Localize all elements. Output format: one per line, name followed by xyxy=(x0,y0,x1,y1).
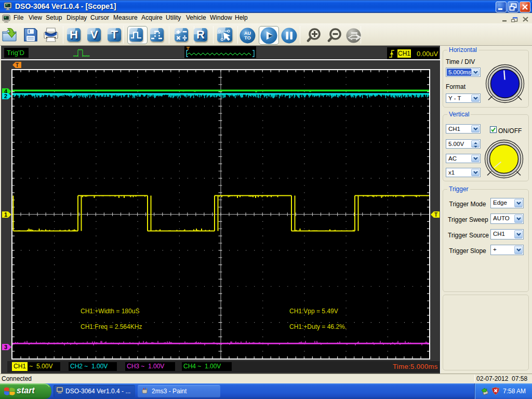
svg-text:2: 2 xyxy=(4,93,7,99)
svg-text:AU: AU xyxy=(244,31,251,36)
svg-text:3: 3 xyxy=(4,344,7,350)
svg-text:T: T xyxy=(434,212,437,218)
svg-text:T: T xyxy=(16,62,19,68)
svg-text:TO: TO xyxy=(244,35,250,41)
svg-text:1: 1 xyxy=(4,211,7,218)
